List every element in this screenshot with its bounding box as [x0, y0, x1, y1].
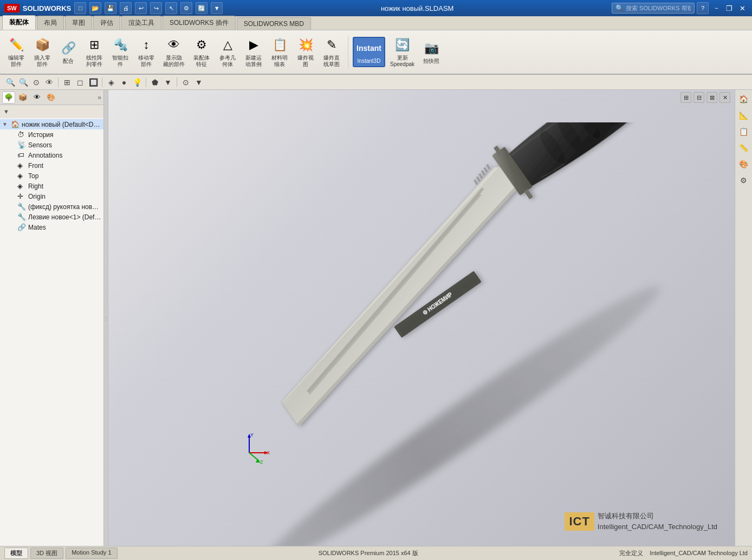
open-button[interactable]: 📂	[89, 2, 101, 14]
ribbon-btn-15[interactable]: 📷拍快照	[419, 38, 443, 66]
view-home-btn[interactable]: 🏠	[737, 92, 751, 106]
view-toolbar-btn-2[interactable]: ⊙	[30, 76, 42, 88]
view-toolbar-btn-7[interactable]: ◈	[105, 76, 117, 88]
minimize-button[interactable]: －	[711, 3, 722, 13]
ribbon-tab-装配体[interactable]: 装配体	[2, 15, 36, 30]
svg-rect-4	[483, 167, 488, 173]
tree-item-root[interactable]: ▼🏠ножик новый (Default<Defa	[0, 119, 103, 129]
ribbon-btn-5[interactable]: ↕移动零 部件	[134, 35, 158, 69]
ribbon-tab-SOLIDWORKS 插件[interactable]: SOLIDWORKS 插件	[163, 16, 236, 30]
new-button[interactable]: □	[74, 2, 86, 14]
search-input[interactable]	[626, 5, 691, 11]
ribbon-btn-0[interactable]: ✏️编辑零 部件	[4, 35, 28, 69]
ribbon-btn-7[interactable]: ⚙装配体 特征	[190, 35, 213, 69]
ribbon-btn-label-9: 新建运 动算例	[245, 55, 262, 68]
ribbon-btn-9[interactable]: ▶新建运 动算例	[242, 35, 265, 69]
view-toolbar-btn-0[interactable]: 🔍	[4, 76, 16, 88]
ribbon-btn-12[interactable]: ✎爆炸直 线草图	[320, 35, 343, 69]
redo-button[interactable]: ↪	[150, 2, 162, 14]
view-toolbar-btn-6[interactable]: 🔲	[87, 76, 99, 88]
view-btn-2[interactable]: ⊟	[693, 92, 704, 103]
tree-item-annotations[interactable]: 🏷Annotations	[0, 150, 103, 160]
search-box[interactable]: 🔍	[612, 3, 695, 14]
tree-item-origin[interactable]: ✛Origin	[0, 191, 103, 201]
save-button[interactable]: 💾	[105, 2, 116, 14]
ribbon-tab-SOLIDWORKS MBD[interactable]: SOLIDWORKS MBD	[237, 17, 311, 30]
ribbon-btn-10[interactable]: 📋材料明 细表	[268, 35, 291, 69]
status-tab-Motion Study 1[interactable]: Motion Study 1	[66, 548, 117, 559]
more-button[interactable]: ▼	[211, 2, 223, 14]
view-toolbar-btn-11[interactable]: ▼	[162, 76, 174, 88]
view-settings-btn[interactable]: 📐	[737, 108, 751, 122]
view-toolbar-btn-8[interactable]: ●	[118, 76, 130, 88]
tree-icon-part1: 🔧	[17, 203, 27, 211]
ribbon-btn-1[interactable]: 📦插入零 部件	[30, 35, 54, 69]
view-tree-btn[interactable]: 📋	[737, 125, 751, 139]
tree-item-top[interactable]: ◈Top	[0, 171, 103, 181]
view-toolbar-btn-5[interactable]: ◻	[74, 76, 86, 88]
close-view-btn[interactable]: ✕	[719, 92, 730, 103]
tree-item-front[interactable]: ◈Front	[0, 160, 103, 171]
view-color-btn[interactable]: 🎨	[737, 157, 751, 171]
undo-button[interactable]: ↩	[135, 2, 147, 14]
panel-resize-handle[interactable]: ⋮	[104, 90, 108, 546]
ribbon-btn-2[interactable]: 🔗配合	[56, 38, 80, 66]
view-measure-btn[interactable]: 📏	[737, 141, 751, 155]
status-tab-模型[interactable]: 模型	[4, 548, 28, 559]
ribbon-tab-草图[interactable]: 草图	[65, 16, 92, 30]
tree-item-history[interactable]: ⏱История	[0, 129, 103, 140]
ribbon-btn-11[interactable]: 💥爆炸视 图	[294, 35, 317, 69]
ribbon-btn-icon-2: 🔗	[60, 40, 77, 57]
ribbon-tab-评估[interactable]: 评估	[93, 16, 120, 30]
ribbon-btn-icon-5: ↕	[138, 36, 155, 54]
view-toolbar-btn-3[interactable]: 👁	[43, 76, 55, 88]
ribbon-btn-8[interactable]: △参考几 何体	[216, 35, 239, 69]
cursor-button[interactable]: ↖	[165, 2, 177, 14]
view-toolbar-btn-1[interactable]: 🔍	[17, 76, 29, 88]
svg-rect-2	[478, 173, 483, 179]
help-icon[interactable]: ?	[697, 2, 709, 14]
status-text: SOLIDWORKS Premium 2015 x64 版	[122, 549, 615, 557]
ribbon-btn-14[interactable]: 🔄更新 Speedpak	[387, 35, 417, 69]
tree-item-mates[interactable]: 🔗Mates	[0, 222, 103, 232]
tree-item-sensors[interactable]: 📡Sensors	[0, 140, 103, 150]
tree-item-part2[interactable]: 🔧Лезвие новое<1> (Defau	[0, 212, 103, 222]
tree-icon-annotations: 🏷	[17, 151, 27, 159]
view-btn-3[interactable]: ⊠	[706, 92, 717, 103]
tree-item-part1[interactable]: 🔧(фиксд) рукоятка новая<1>	[0, 201, 103, 212]
status-tab-3D 视图[interactable]: 3D 视图	[30, 548, 63, 559]
ribbon-btn-6[interactable]: 👁显示隐 藏的部件	[160, 35, 187, 69]
ribbon-btn-icon-8: △	[219, 36, 236, 54]
restore-button[interactable]: ❐	[724, 3, 735, 13]
tree-expand-root[interactable]: ▼	[2, 121, 10, 127]
tree-label-part1: (фиксд) рукоятка новая<1>	[28, 203, 101, 211]
tree-label-mates: Mates	[28, 224, 101, 231]
rebuild-button[interactable]: 🔄	[196, 2, 208, 14]
options-button[interactable]: ⚙	[180, 2, 192, 14]
ribbon-btn-3[interactable]: ⊞线性阵 列零件	[82, 35, 106, 69]
split-view-btn[interactable]: ⊞	[680, 92, 691, 103]
left-panel-tab-1[interactable]: 📦	[16, 92, 29, 103]
viewport[interactable]: ⚙ НОЖЕМИР	[108, 90, 735, 546]
view-toolbar-btn-10[interactable]: ⬟	[149, 76, 161, 88]
status-right-text: 完全定义	[619, 550, 643, 556]
print-button[interactable]: 🖨	[120, 2, 132, 14]
ribbon-btn-4[interactable]: 🔩智能扣 件	[108, 35, 132, 69]
ribbon-tab-布局[interactable]: 布局	[37, 16, 64, 30]
view-toolbar-btn-13[interactable]: ▼	[193, 76, 205, 88]
tree-area: ▼🏠ножик новый (Default<Defa⏱История📡Sens…	[0, 118, 103, 546]
view-toolbar-btn-12[interactable]: ⊙	[180, 76, 192, 88]
left-panel-tab-0[interactable]: 🌳	[2, 92, 15, 103]
view-toolbar-btn-4[interactable]: ⊞	[61, 76, 73, 88]
tree-item-right[interactable]: ◈Right	[0, 181, 103, 191]
left-panel-tab-2[interactable]: 👁	[30, 92, 43, 103]
left-panel-filter: ▼	[0, 105, 103, 118]
left-panel-expand[interactable]: »	[98, 94, 101, 101]
watermark-logo: ICT	[565, 512, 594, 531]
ribbon-tab-渲染工具[interactable]: 渲染工具	[121, 16, 161, 30]
view-toolbar-btn-9[interactable]: 💡	[131, 76, 143, 88]
close-button[interactable]: ✕	[737, 3, 748, 13]
ribbon-btn-13[interactable]: InstantInstant3D	[353, 37, 385, 67]
left-panel-tab-3[interactable]: 🎨	[44, 92, 57, 103]
view-gear-btn[interactable]: ⚙	[737, 173, 751, 187]
